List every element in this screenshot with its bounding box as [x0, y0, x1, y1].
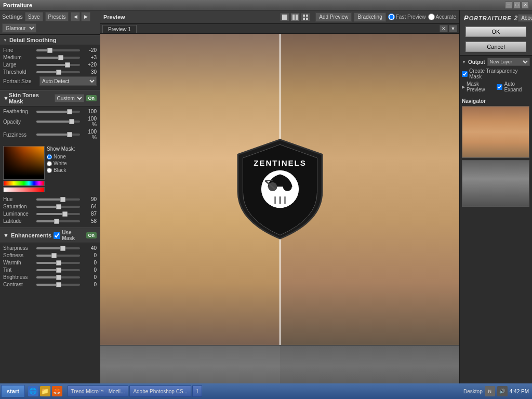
window-controls[interactable]: ─ □ ✕ [505, 2, 529, 9]
warmth-track[interactable] [36, 262, 80, 264]
tint-track[interactable] [36, 269, 80, 271]
taskbar-sys-icon[interactable]: 🔊 [497, 386, 508, 396]
redo-btn[interactable]: ▶ [81, 12, 90, 21]
opacity-thumb[interactable] [69, 119, 74, 124]
warmth-thumb[interactable] [56, 260, 61, 265]
create-transparency-checkbox[interactable] [462, 71, 468, 77]
preview-close-btn[interactable]: ✕ [440, 25, 448, 32]
fast-preview-label[interactable]: Fast Preview [388, 14, 426, 20]
sat-bar[interactable] [3, 187, 45, 192]
show-mask-label: Show Mask: [47, 146, 75, 152]
large-thumb[interactable] [65, 62, 70, 68]
portrait-size-row: Portrait Size Auto Detect Small Medium L… [3, 76, 97, 86]
luminance-row: Luminance 87 [3, 211, 97, 217]
create-transparency-label: Create Transparency Mask [469, 68, 530, 79]
minimize-btn[interactable]: ─ [505, 2, 512, 9]
latitude-track[interactable] [36, 220, 80, 222]
fuzziness-thumb[interactable] [67, 132, 72, 137]
portrait-size-label: Portrait Size [3, 78, 39, 84]
feathering-track[interactable] [36, 111, 80, 113]
add-preview-btn[interactable]: Add Preview [315, 12, 352, 22]
fast-preview-radio[interactable] [388, 14, 395, 20]
medium-thumb[interactable] [58, 55, 63, 60]
mask-black-row: Black [47, 167, 75, 173]
right-top: PORTRAITURE 2 About Help OK Cancel [460, 10, 532, 56]
threshold-thumb[interactable] [56, 70, 61, 75]
medium-value: +3 [82, 55, 97, 60]
fine-thumb[interactable] [47, 48, 52, 53]
split-view-btn[interactable] [290, 13, 300, 21]
taskbar-icon-folder[interactable]: 📁 [40, 386, 50, 396]
mask-black-radio[interactable] [47, 168, 52, 173]
skin-preset-select[interactable]: Custom [55, 94, 84, 102]
color-swatch[interactable] [3, 146, 45, 180]
single-view-btn[interactable] [280, 13, 289, 21]
fuzziness-track[interactable] [36, 134, 80, 136]
svg-rect-5 [303, 18, 305, 20]
header-buttons: Add Preview Bracketing Fast Preview Accu… [280, 12, 456, 22]
taskbar-icon-ie[interactable]: 🌐 [28, 386, 38, 396]
contrast-thumb[interactable] [56, 282, 61, 287]
taskbar-icon-ff[interactable]: 🦊 [52, 386, 62, 396]
taskbar-item-1[interactable]: Adobe Photoshop CS... [129, 385, 191, 397]
use-mask-checkbox[interactable] [54, 232, 60, 239]
taskbar-item-2[interactable]: 1 [192, 385, 203, 397]
luminance-thumb[interactable] [62, 211, 68, 217]
auto-expand-checkbox[interactable] [497, 84, 502, 90]
brightness-track[interactable] [36, 276, 80, 278]
mask-none-radio[interactable] [47, 154, 52, 159]
taskbar-nero-icon[interactable]: N [485, 386, 495, 396]
large-track[interactable] [36, 64, 80, 66]
hue-track[interactable] [36, 198, 80, 201]
sharpness-track[interactable] [36, 247, 80, 249]
luminance-value: 87 [82, 211, 97, 217]
hue-thumb[interactable] [60, 197, 65, 202]
accurate-label[interactable]: Accurate [428, 14, 456, 20]
portrait-size-select[interactable]: Auto Detect Small Medium Large [39, 76, 97, 86]
feathering-thumb[interactable] [67, 109, 72, 114]
ok-button[interactable]: OK [466, 26, 527, 37]
preview-tab-1[interactable]: Preview 1 [102, 25, 137, 33]
maximize-btn[interactable]: □ [513, 2, 521, 9]
saturation-label: Saturation [3, 204, 34, 209]
navigator-thumbnail-2[interactable] [462, 160, 529, 207]
taskbar-item-0[interactable]: Trend Micro™ - Mozil... [68, 385, 129, 397]
latitude-thumb[interactable] [54, 219, 59, 224]
navigator-thumbnail[interactable] [462, 106, 529, 158]
accurate-radio[interactable] [428, 14, 435, 20]
svg-rect-3 [303, 15, 305, 17]
opacity-track[interactable] [36, 121, 80, 123]
preview-expand-btn[interactable]: ▼ [449, 25, 457, 32]
close-btn[interactable]: ✕ [522, 2, 529, 9]
saturation-track[interactable] [36, 206, 80, 208]
brightness-thumb[interactable] [56, 275, 61, 280]
saturation-thumb[interactable] [56, 204, 61, 209]
fine-track[interactable] [36, 49, 80, 51]
luminance-track[interactable] [36, 213, 80, 215]
preset-select[interactable]: Preset Enhance Glamour [2, 23, 36, 33]
mask-white-row: White [47, 161, 75, 166]
softness-thumb[interactable] [51, 253, 57, 258]
grid-view-btn[interactable] [301, 13, 310, 21]
nav-thumb-image [462, 107, 529, 157]
save-button[interactable]: Save [25, 12, 43, 21]
skin-arrow-icon: ▼ [3, 95, 9, 101]
hue-bar[interactable] [3, 181, 45, 186]
medium-slider-row: Medium +3 [3, 55, 97, 60]
presets-button[interactable]: Presets [45, 12, 69, 21]
medium-track[interactable] [36, 57, 80, 59]
about-btn[interactable]: About [518, 14, 532, 22]
mask-white-radio[interactable] [47, 161, 52, 166]
start-button[interactable]: start [1, 385, 25, 397]
threshold-track[interactable] [36, 71, 80, 73]
softness-track[interactable] [36, 255, 80, 257]
feathering-row: Feathering 100 [3, 109, 97, 114]
tint-thumb[interactable] [56, 268, 61, 273]
undo-btn[interactable]: ◀ [71, 12, 80, 21]
sharpness-thumb[interactable] [60, 246, 65, 251]
bracketing-btn[interactable]: Bracketing [354, 12, 385, 22]
cancel-button[interactable]: Cancel [466, 42, 527, 52]
contrast-track[interactable] [36, 284, 80, 286]
preview-header: Preview Add Preview Bracketing [100, 10, 459, 24]
output-select[interactable]: New Layer Flatten Smart Object [487, 58, 530, 66]
